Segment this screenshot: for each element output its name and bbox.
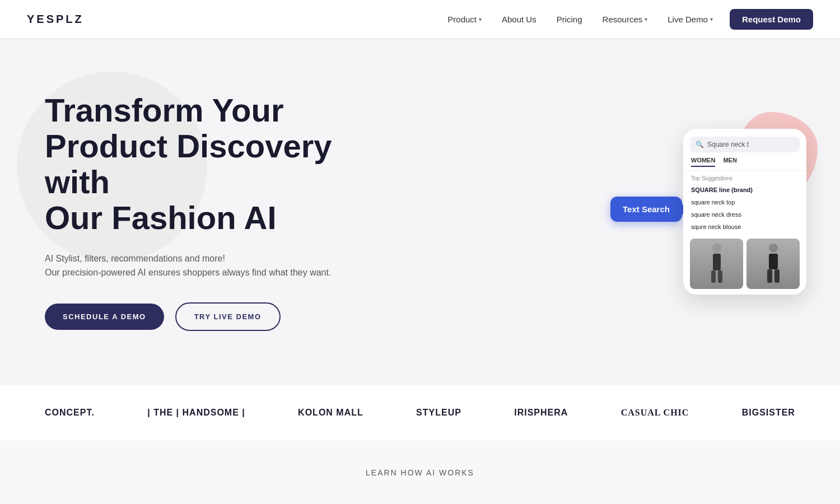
hero-section: Transform Your Product Discovery with Ou… [0, 38, 840, 385]
phone-product-images [683, 233, 806, 295]
svg-rect-6 [767, 269, 772, 283]
brand-kolonmall: KOLON MALL [298, 408, 363, 418]
svg-rect-5 [769, 254, 778, 269]
brand-bigsister: BIGSISTER [742, 408, 795, 418]
suggestion-item-1: square neck top [683, 196, 806, 208]
phone-image-1 [690, 239, 743, 289]
brand-irisphera: IRISPHERA [514, 408, 568, 418]
hero-subtitle-line1: AI Stylist, filters, recommendations and… [45, 254, 225, 263]
hero-visual: Text Search 🔍 Square neck t WOMEN MEN To… [683, 129, 806, 295]
suggestions-label: Top Suggestions [683, 171, 806, 184]
svg-rect-2 [711, 270, 716, 283]
try-live-demo-button[interactable]: TRY LIVE DEMO [175, 302, 281, 331]
model-figure-1 [690, 239, 743, 289]
text-search-label: Text Search [610, 197, 682, 222]
nav-live-demo-label: Live Demo [668, 15, 708, 24]
chevron-down-icon: ▾ [479, 16, 482, 22]
brands-section: CONCEPT. | THE | HANDSOME | KOLON MALL S… [0, 385, 840, 440]
hero-subtitle-line2: Our precision-powered AI ensures shopper… [45, 268, 331, 277]
suggestion-item-2: square neck dress [683, 208, 806, 221]
nav-about[interactable]: About Us [494, 10, 544, 29]
svg-point-0 [712, 244, 721, 253]
chevron-down-icon: ▾ [710, 16, 713, 22]
hero-title: Transform Your Product Discovery with Ou… [45, 92, 370, 235]
brand-styleup: STYLEUP [416, 408, 461, 418]
phone-mockup: 🔍 Square neck t WOMEN MEN Top Suggestion… [683, 129, 806, 295]
navigation: YESPLZ Product ▾ About Us Pricing Resour… [0, 0, 840, 38]
learn-how-text[interactable]: LEARN HOW AI WORKS [0, 468, 840, 477]
search-icon: 🔍 [696, 141, 704, 148]
phone-image-2 [746, 239, 800, 289]
suggestion-item-0: SQUARE line (brand) [683, 184, 806, 196]
svg-rect-3 [718, 270, 722, 283]
schedule-demo-button[interactable]: SCHEDULE A DEMO [45, 304, 164, 330]
brand-concept: CONCEPT. [45, 408, 95, 418]
nav-resources-label: Resources [603, 15, 643, 24]
suggestion-item-3: squre neck blouse [683, 221, 806, 233]
hero-title-line2: Product Discovery with [45, 128, 332, 200]
hero-title-line3: Our Fashion AI [45, 199, 277, 236]
brand-casualchic: casual chic [621, 408, 689, 418]
nav-live-demo[interactable]: Live Demo ▾ [660, 10, 721, 29]
nav-about-label: About Us [502, 15, 536, 24]
nav-resources[interactable]: Resources ▾ [595, 10, 656, 29]
svg-rect-1 [713, 254, 721, 270]
nav-product[interactable]: Product ▾ [440, 10, 489, 29]
nav-pricing[interactable]: Pricing [549, 10, 590, 29]
hero-title-line1: Transform Your [45, 92, 284, 128]
phone-search-bar: 🔍 Square neck t [690, 137, 800, 152]
model-figure-2 [746, 239, 800, 289]
svg-rect-7 [774, 269, 780, 283]
hero-subtitle: AI Stylist, filters, recommendations and… [45, 251, 370, 280]
svg-point-4 [769, 244, 778, 253]
phone-tabs: WOMEN MEN [683, 157, 806, 171]
hero-content: Transform Your Product Discovery with Ou… [45, 92, 370, 330]
learn-how-section: LEARN HOW AI WORKS [0, 440, 840, 494]
phone-search-text: Square neck t [707, 141, 749, 148]
nav-links: Product ▾ About Us Pricing Resources ▾ L… [440, 9, 813, 30]
tab-men[interactable]: MEN [723, 157, 736, 167]
chevron-down-icon: ▾ [645, 16, 647, 22]
hero-buttons: SCHEDULE A DEMO TRY LIVE DEMO [45, 302, 370, 331]
request-demo-button[interactable]: Request Demo [730, 9, 813, 30]
brand-logo[interactable]: YESPLZ [27, 13, 84, 26]
tab-women[interactable]: WOMEN [691, 157, 715, 167]
nav-pricing-label: Pricing [557, 15, 582, 24]
nav-product-label: Product [447, 15, 477, 24]
brand-handsome: | THE | HANDSOME | [147, 408, 245, 418]
